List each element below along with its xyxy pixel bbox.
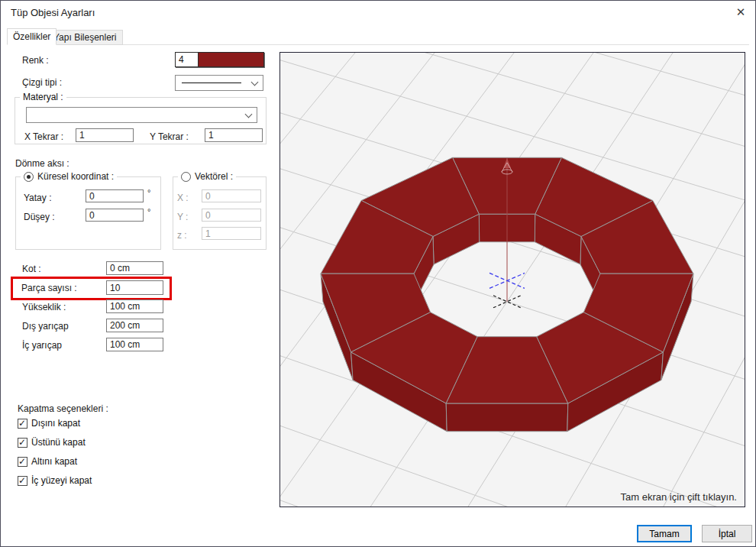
- spherical-radio-label: Küresel koordinat :: [37, 171, 114, 182]
- color-picker[interactable]: 4: [175, 52, 264, 67]
- checkbox-close-inner-surface[interactable]: İç yüzeyi kapat: [18, 475, 92, 486]
- ok-button[interactable]: Tamam: [637, 525, 692, 542]
- height-label: Yükseklik :: [22, 302, 66, 312]
- chevron-down-icon: [245, 110, 253, 118]
- checkbox-label: Üstünü kapat: [31, 437, 86, 448]
- x-repeat-label: X Tekrar :: [24, 131, 63, 142]
- cancel-button[interactable]: İptal: [702, 525, 752, 542]
- vertical-label: Düşey :: [24, 212, 55, 222]
- fullscreen-hint: Tam ekran için çift tıklayın.: [621, 491, 737, 503]
- checkbox-close-bottom[interactable]: Altını kapat: [18, 456, 77, 467]
- inner-radius-input[interactable]: [106, 338, 163, 351]
- segment-count-label: Parça sayısı :: [21, 283, 77, 293]
- vector-radio[interactable]: [181, 172, 191, 182]
- spherical-radio[interactable]: [24, 172, 34, 182]
- vector-z-input[interactable]: [202, 227, 261, 240]
- material-dropdown[interactable]: [26, 107, 257, 123]
- tab-yapi-bilesenleri[interactable]: Yapı Bileşenleri: [47, 30, 123, 45]
- checkbox-icon[interactable]: [18, 457, 27, 467]
- vector-group: Vektörel : X : Y : z :: [173, 176, 267, 250]
- rotation-axis-label: Dönme aksı :: [15, 158, 69, 169]
- vector-x-input[interactable]: [202, 189, 261, 202]
- checkbox-label: Dışını kapat: [31, 418, 80, 429]
- material-group: Materyal : X Tekrar : Y Tekrar :: [15, 97, 267, 144]
- vector-z-label: z :: [177, 230, 187, 241]
- vertical-input[interactable]: [86, 209, 144, 222]
- tab-strip: Özellikler Yapı Bileşenleri: [1, 24, 755, 45]
- title-bar: Tüp Objesi Ayarları ✕: [1, 1, 755, 24]
- close-icon[interactable]: ✕: [726, 1, 755, 24]
- closing-options-label: Kapatma seçenekleri :: [18, 403, 108, 414]
- color-label: Renk :: [22, 55, 49, 66]
- outer-radius-input[interactable]: [106, 319, 163, 332]
- preview-viewport[interactable]: Tam ekran için çift tıklayın.: [279, 52, 745, 507]
- line-type-dropdown[interactable]: [175, 75, 263, 91]
- tab-ozellikler[interactable]: Özellikler: [7, 28, 57, 45]
- line-sample-icon: [182, 83, 241, 83]
- segment-count-input[interactable]: [106, 280, 163, 295]
- checkbox-icon[interactable]: [18, 419, 27, 429]
- outer-radius-label: Dış yarıçap: [22, 321, 69, 332]
- horizontal-label: Yatay :: [24, 193, 51, 203]
- checkbox-label: İç yüzeyi kapat: [31, 475, 92, 486]
- line-type-label: Çizgi tipi :: [22, 77, 62, 88]
- degree-sign: °: [147, 207, 150, 216]
- tube-object-settings-dialog: Tüp Objesi Ayarları ✕ Özellikler Yapı Bi…: [0, 0, 756, 547]
- vector-x-label: X :: [177, 193, 189, 203]
- checkbox-icon[interactable]: [18, 476, 27, 486]
- vector-y-input[interactable]: [202, 209, 261, 222]
- horizontal-input[interactable]: [86, 189, 144, 202]
- inner-radius-label: İç yarıçap: [22, 340, 62, 351]
- torus-3d-render: [280, 53, 745, 507]
- color-swatch: [199, 53, 263, 66]
- y-repeat-label: Y Tekrar :: [150, 131, 189, 142]
- chevron-down-icon: [251, 78, 259, 86]
- checkbox-icon[interactable]: [18, 438, 27, 448]
- y-repeat-input[interactable]: [205, 128, 263, 142]
- checkbox-close-outside[interactable]: Dışını kapat: [18, 418, 80, 429]
- material-group-label: Materyal :: [20, 92, 66, 102]
- degree-sign: °: [147, 188, 150, 197]
- elevation-label: Kot :: [22, 264, 41, 274]
- height-input[interactable]: [106, 299, 163, 313]
- spherical-coordinate-group: Küresel koordinat : Yatay : ° Düşey : °: [15, 176, 161, 250]
- x-repeat-input[interactable]: [76, 128, 134, 142]
- checkbox-label: Altını kapat: [31, 456, 77, 467]
- elevation-input[interactable]: [106, 261, 163, 275]
- dialog-title: Tüp Objesi Ayarları: [11, 7, 95, 18]
- color-index: 4: [176, 53, 199, 66]
- checkbox-close-top[interactable]: Üstünü kapat: [18, 437, 86, 448]
- vector-y-label: Y :: [177, 212, 188, 222]
- vector-radio-label: Vektörel :: [195, 171, 233, 182]
